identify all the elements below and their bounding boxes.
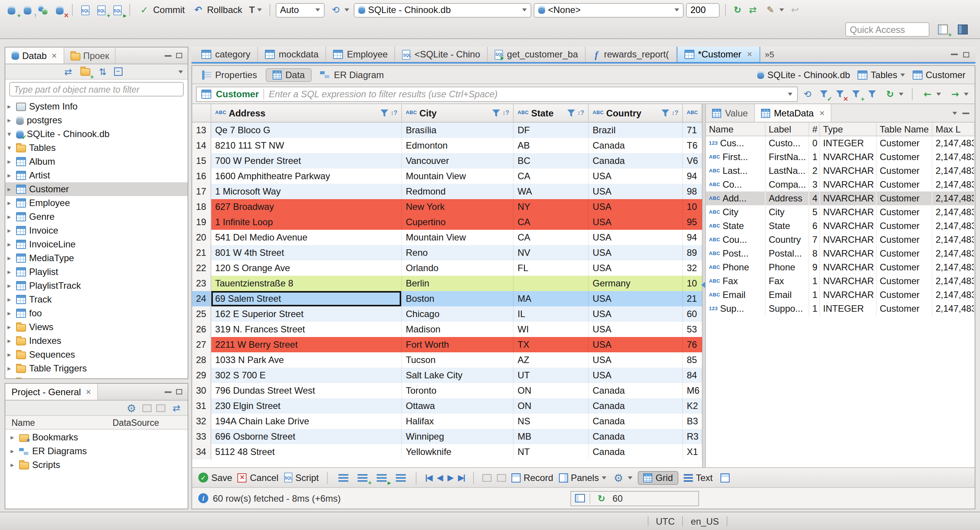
tree-item[interactable]: ▸ Table Triggers xyxy=(5,362,188,375)
column-header-ordinal[interactable]: # xyxy=(809,123,820,136)
cell-city[interactable]: Redmond xyxy=(402,184,514,199)
cell-state[interactable]: UT xyxy=(514,368,589,383)
expand-arrow-icon[interactable]: ▸ xyxy=(8,461,16,469)
tree-item[interactable]: ▸ Artist xyxy=(5,168,188,182)
metadata-row[interactable]: ABCCou... Country 7 NVARCHAR Customer 2,… xyxy=(706,233,975,247)
cell-address[interactable]: 69 Salem Street xyxy=(211,291,402,306)
forward-button[interactable] xyxy=(946,87,971,100)
connection-select[interactable]: SQLite - Chinook.db xyxy=(353,3,531,17)
cell-postal[interactable]: R3 xyxy=(683,429,702,444)
cell-address[interactable]: 120 S Orange Ave xyxy=(211,260,402,276)
cell-postal[interactable]: 21 xyxy=(683,291,702,306)
column-header-country[interactable]: ABC Country ↕? xyxy=(589,104,683,122)
cell-address[interactable]: 230 Elgin Street xyxy=(211,398,402,414)
maximize-icon[interactable] xyxy=(963,52,969,57)
cell-state[interactable] xyxy=(514,276,589,291)
view-menu-icon[interactable] xyxy=(178,70,183,73)
open-sql-script-icon[interactable] xyxy=(94,3,108,16)
cell-type[interactable]: NVARCHAR xyxy=(820,288,877,302)
cell-label[interactable]: Suppo... xyxy=(766,302,809,316)
cell-country[interactable]: USA xyxy=(589,184,683,199)
table-row[interactable]: 24 69 Salem Street Boston MA USA 21 xyxy=(192,291,702,306)
metadata-row[interactable]: ABCFax Fax 1 NVARCHAR Customer 2,147,483 xyxy=(706,274,975,288)
name-column-header[interactable]: Name xyxy=(5,418,113,427)
cell-postal[interactable]: T6 xyxy=(683,138,702,153)
fetch-size-input[interactable] xyxy=(686,3,719,17)
tree-item[interactable]: ▾ SQLite - Chinook.db xyxy=(5,127,188,141)
row-number[interactable]: 27 xyxy=(192,337,211,352)
metadata-row[interactable]: ABCFirst... FirstNa... 1 NVARCHAR Custom… xyxy=(706,150,975,164)
context-container[interactable]: Tables xyxy=(858,69,905,80)
cell-address[interactable]: 700 W Pender Street xyxy=(211,153,402,168)
cell-state[interactable]: ON xyxy=(514,383,589,398)
cell-state[interactable]: BC xyxy=(514,153,589,168)
expand-arrow-icon[interactable]: ▸ xyxy=(5,213,13,221)
cell-city[interactable]: Brasília xyxy=(402,123,514,138)
tree-item[interactable]: ▸ Scripts xyxy=(5,458,188,472)
recent-sql-editor-icon[interactable] xyxy=(110,3,124,16)
minimize-icon[interactable] xyxy=(951,54,958,55)
table-row[interactable]: 16 1600 Amphitheatre Parkway Mountain Vi… xyxy=(192,168,702,184)
cell-table[interactable]: Customer xyxy=(877,191,933,205)
cell-state[interactable]: NV xyxy=(514,245,589,260)
cell-country[interactable]: USA xyxy=(589,214,683,230)
cell-ordinal[interactable]: 1 xyxy=(809,274,820,288)
cell-label[interactable]: State xyxy=(766,219,809,233)
tree-item[interactable]: ▸ Views xyxy=(5,320,188,334)
expand-arrow-icon[interactable]: ▸ xyxy=(5,268,13,276)
table-row[interactable]: 22 120 S Orange Ave Orlando FL USA 32 xyxy=(192,260,702,276)
cell-table[interactable]: Customer xyxy=(877,178,933,191)
duplicate-row-icon[interactable] xyxy=(375,471,389,484)
cell-postal[interactable]: K2 xyxy=(683,398,702,414)
text-view-button[interactable]: Text xyxy=(684,472,713,483)
cell-max-length[interactable]: 2,147,483 xyxy=(933,191,975,205)
cell-type[interactable]: NVARCHAR xyxy=(820,150,877,164)
cell-postal[interactable]: V6 xyxy=(683,153,702,168)
cell-postal[interactable]: 89 xyxy=(683,245,702,260)
cell-label[interactable]: Postal... xyxy=(766,247,809,260)
cell-address[interactable]: 1033 N Park Ave xyxy=(211,352,402,368)
tab-overflow-indicator[interactable]: »5 xyxy=(760,47,779,62)
cell-country[interactable]: USA xyxy=(589,306,683,322)
cell-postal[interactable]: 71 xyxy=(683,123,702,138)
cell-city[interactable]: New York xyxy=(402,199,514,214)
row-number[interactable]: 14 xyxy=(192,138,211,153)
expand-arrow-icon[interactable]: ▸ xyxy=(5,323,13,331)
cell-postal[interactable]: M6 xyxy=(683,383,702,398)
cell-postal[interactable]: 32 xyxy=(683,260,702,276)
fetch-page-icon[interactable] xyxy=(482,474,492,481)
filter-history-list-icon[interactable] xyxy=(801,87,814,100)
column-header-name[interactable]: Name xyxy=(706,123,766,136)
tree-item[interactable]: ▸ foo xyxy=(5,306,188,320)
tree-item[interactable]: ▸ postgres xyxy=(5,113,188,127)
cell-max-length[interactable]: 2,147,483 xyxy=(933,260,975,274)
table-row[interactable]: 26 319 N. Frances Street Madison WI USA … xyxy=(192,322,702,337)
cell-name[interactable]: ABCEmail xyxy=(706,288,766,302)
cell-postal[interactable]: 85 xyxy=(683,352,702,368)
cell-table[interactable]: Customer xyxy=(877,164,933,178)
row-number[interactable]: 18 xyxy=(192,199,211,214)
result-tab[interactable]: Properties xyxy=(195,68,264,82)
expand-arrow-icon[interactable]: ▸ xyxy=(8,433,16,441)
grid-view-button[interactable]: Grid xyxy=(638,471,678,484)
cell-type[interactable]: INTEGER xyxy=(820,136,877,150)
cell-postal[interactable]: 53 xyxy=(683,322,702,337)
cell-table[interactable]: Customer xyxy=(877,233,933,247)
row-number[interactable]: 19 xyxy=(192,214,211,230)
editor-tab[interactable]: mockdata xyxy=(258,47,326,62)
editor-tab[interactable]: <SQLite - Chino xyxy=(395,47,488,62)
tree-item[interactable]: ▸ InvoiceLine xyxy=(5,237,188,251)
row-number-header[interactable] xyxy=(192,104,211,122)
panel-tab[interactable]: Project - General ✕ xyxy=(5,384,98,400)
cell-label[interactable]: Email xyxy=(766,288,809,302)
cell-max-length[interactable]: 2,147,483 xyxy=(933,178,975,191)
cell-country[interactable]: Canada xyxy=(589,383,683,398)
cell-label[interactable]: LastNa... xyxy=(766,164,809,178)
cell-ordinal[interactable]: 5 xyxy=(809,205,820,219)
editor-tab[interactable]: rewards_report( xyxy=(586,47,676,62)
cell-type[interactable]: NVARCHAR xyxy=(820,260,877,274)
tree-item[interactable]: ▸ Customer xyxy=(5,182,188,196)
commit-mode-select[interactable]: Auto xyxy=(275,3,324,17)
cell-address[interactable]: 1600 Amphitheatre Parkway xyxy=(211,168,402,184)
cell-city[interactable]: Salt Lake City xyxy=(402,368,514,383)
